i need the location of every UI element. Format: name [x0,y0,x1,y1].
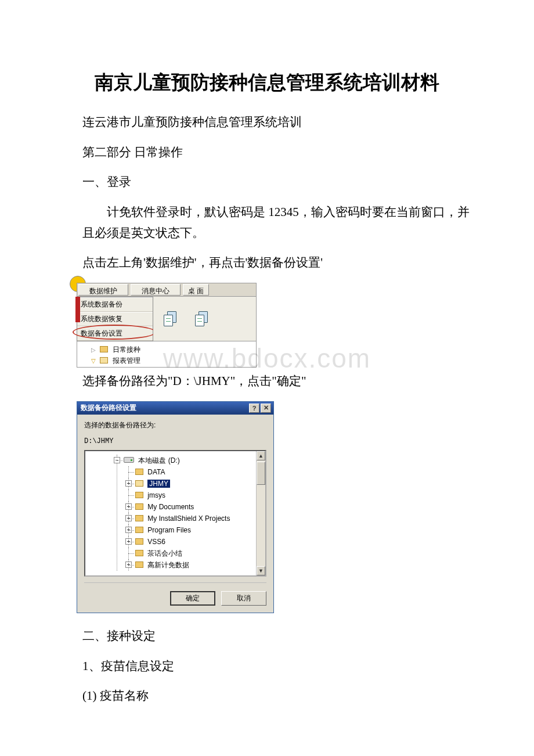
folder-label-jmsys: jmsys [147,491,165,499]
dialog-titlebar: 数据备份路径设置 ? ✕ [77,402,273,415]
para-part: 第二部分 日常操作 [58,142,476,163]
toolbar-btn-desktop[interactable]: 桌 面 [183,284,209,296]
expand-box-icon[interactable]: + [125,515,132,521]
tree-item-daily[interactable]: ▷ 日常接种 [91,345,250,355]
screenshot-toolbar-menu: 数据维护 消息中心 桌 面 系统数据备份 系统数据恢复 数据备份设置 ▷ [77,283,257,368]
folder-label-progfiles: Program Files [147,526,191,534]
section-1-heading: 一、登录 [58,172,476,193]
data-maint-dropdown: 系统数据备份 系统数据恢复 数据备份设置 [77,297,153,341]
expand-box-icon[interactable]: + [125,480,132,487]
folder-icon [135,492,143,498]
dialog-button-row: 确定 取消 [84,582,266,606]
folder-icon [135,515,143,521]
tree-node-data[interactable]: DATA [135,466,263,478]
selected-path-text: D:\JHMY [84,437,266,445]
copy-icon[interactable] [164,311,179,326]
folder-tree[interactable]: − 本地磁盘 (D:) DATA + [84,450,266,577]
tree-label-daily: 日常接种 [113,345,140,354]
expand-box-icon[interactable]: + [125,538,132,545]
drive-label: 本地磁盘 (D:) [138,456,179,465]
folder-label-gaoxin: 高新计免数据 [147,561,189,569]
folder-label-data: DATA [147,468,165,476]
folder-icon [135,469,143,475]
drive-icon [124,457,134,463]
para-login-desc: 计免软件登录时，默认密码是 12345，输入密码时要在当前窗口，并且必须是英文状… [58,202,476,243]
para-subject: 连云港市儿童预防接种信息管理系统培训 [58,112,476,133]
menu-item-sys-restore[interactable]: 系统数据恢复 [77,312,153,326]
ok-button[interactable]: 确定 [170,591,215,606]
tree-item-baobiao[interactable]: ▽ 报表管理 [91,356,250,366]
folder-label-tea: 茶话会小结 [147,549,182,557]
close-button[interactable]: ✕ [261,404,271,413]
menu-item-sys-backup[interactable]: 系统数据备份 [77,297,153,312]
folder-label-vss6: VSS6 [147,538,165,546]
tree-node-gaoxin[interactable]: + 高新计免数据 [135,559,263,571]
toolbar-btn-data-maint[interactable]: 数据维护 [78,284,128,296]
tree-node-vss6[interactable]: + VSS6 [135,536,263,548]
folder-label-jhmy: JHMY [147,480,170,488]
expand-box-icon[interactable]: + [125,503,132,510]
para-click-instruction: 点击左上角'数据维护'，再点击'数据备份设置' [58,253,476,273]
dialog-title: 数据备份路径设置 [81,403,136,413]
tree-node-mydocuments[interactable]: + My Documents [135,501,263,513]
scroll-down-arrow-icon[interactable]: ▼ [257,566,265,575]
collapse-box-icon[interactable]: − [114,457,120,463]
toolbar-btn-msg-center[interactable]: 消息中心 [131,284,181,296]
help-button[interactable]: ? [249,404,259,413]
cancel-button[interactable]: 取消 [221,591,266,606]
folder-icon [135,538,143,545]
expand-triangle-open-icon: ▽ [91,358,96,364]
expand-box-icon[interactable]: + [125,527,132,533]
menu-item-backup-path-setting[interactable]: 数据备份设置 [77,326,153,341]
scroll-up-arrow-icon[interactable]: ▲ [257,451,265,460]
copy-icon-2[interactable] [195,311,210,326]
dialog-prompt-label: 选择的数据备份路径为: [84,420,266,430]
tree-label-baobiao: 报表管理 [113,357,140,365]
section-2-heading: 二、接种设定 [58,626,476,647]
folder-label-installshield: My InstallShield X Projects [147,514,230,523]
expand-box-icon[interactable]: + [125,561,132,568]
folder-open-icon [100,357,108,363]
expand-triangle-icon: ▷ [91,347,96,353]
scroll-thumb[interactable] [257,462,265,485]
folder-label-mydocs: My Documents [147,503,194,511]
folder-icon [135,503,143,510]
vertical-scrollbar[interactable]: ▲ ▼ [256,451,265,575]
tree-node-jhmy[interactable]: + JHMY [135,478,263,489]
tree-node-installshield[interactable]: + My InstallShield X Projects [135,513,263,524]
para-choose-path: 选择备份路径为"D：\JHMY"，点击"确定" [58,371,476,392]
tree-node-tea-summary[interactable]: 茶话会小结 [135,548,263,559]
tree-node-program-files[interactable]: + Program Files [135,524,263,536]
tree-node-jmsys[interactable]: jmsys [135,489,263,501]
folder-icon [135,550,143,556]
section-2-item-1-1: (1) 疫苗名称 [58,686,476,707]
section-2-item-1: 1、疫苗信息设定 [58,656,476,677]
folder-icon [100,346,108,352]
folder-icon [135,527,143,533]
red-indicator-bar [75,297,80,322]
tree-node-drive-d[interactable]: − 本地磁盘 (D:) DATA + [124,455,263,571]
nav-tree-panel: ▷ 日常接种 ▽ 报表管理 [77,341,257,368]
para-login-desc-text: 计免软件登录时，默认密码是 12345，输入密码时要在当前窗口，并且必须是英文状… [82,205,470,240]
toolbar: 数据维护 消息中心 桌 面 [77,283,257,297]
folder-open-icon [135,480,143,487]
folder-icon [135,561,143,568]
backup-path-dialog: 数据备份路径设置 ? ✕ 选择的数据备份路径为: D:\JHMY − 本地磁盘 … [77,401,274,613]
doc-title: 南京儿童预防接种信息管理系统培训材料 [58,70,476,96]
